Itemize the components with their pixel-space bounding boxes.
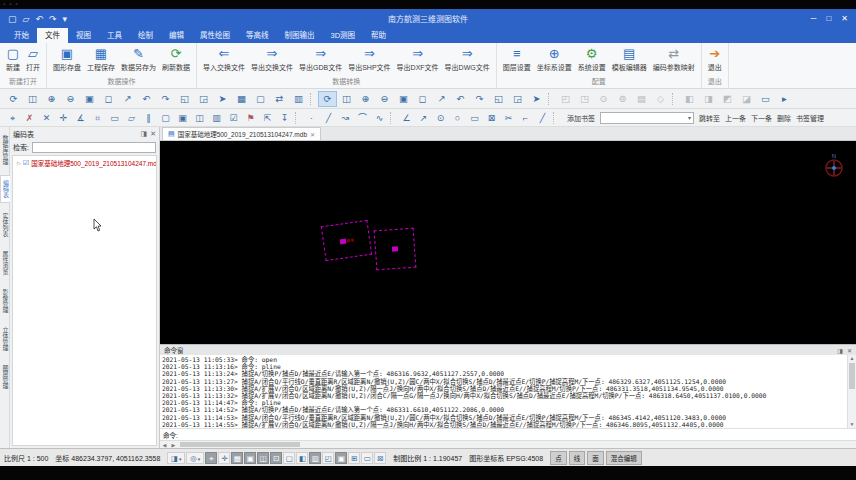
toolbar-icon[interactable]: ◱: [175, 91, 194, 107]
toolbar-icon[interactable]: ▥: [208, 110, 225, 126]
scroll-up-icon[interactable]: ▲: [848, 355, 856, 362]
panel-header-icon[interactable]: ✕: [150, 130, 156, 138]
menu-tab[interactable]: 文件: [37, 28, 68, 43]
ribbon-button[interactable]: ⊕ 坐标系设置: [534, 44, 575, 73]
toolbar-icon[interactable]: ↧: [276, 110, 293, 126]
toolbar-icon[interactable]: ⊚: [613, 91, 632, 107]
toolbar-icon[interactable]: ✛: [55, 110, 72, 126]
toolbar-icon[interactable]: ⟳: [318, 91, 337, 107]
toolbar-icon[interactable]: ⊖: [375, 91, 394, 107]
toolbar-icon[interactable]: ▣: [80, 91, 99, 107]
menu-tab[interactable]: 绘制: [130, 28, 161, 43]
scrollbar-thumb[interactable]: [180, 442, 300, 447]
toolbar-icon[interactable]: ▤: [632, 91, 651, 107]
status-toggle-button[interactable]: ⌖: [205, 452, 217, 464]
toolbar-icon[interactable]: ◫: [191, 110, 208, 126]
menu-tab[interactable]: 帮助: [363, 28, 394, 43]
edit-mode-button[interactable]: 线: [569, 451, 586, 465]
toolbar-icon[interactable]: ⊙: [594, 91, 613, 107]
toolbar-icon[interactable]: ╱: [320, 110, 337, 126]
quick-access-icon[interactable]: ▢: [8, 14, 17, 24]
ribbon-button[interactable]: ▢ 新建: [3, 44, 23, 73]
toolbar-icon[interactable]: ▱: [123, 110, 140, 126]
toolbar-icon[interactable]: ∿: [371, 110, 388, 126]
ribbon-button[interactable]: ⇒ 导出DXF文件: [394, 44, 442, 73]
menu-tab[interactable]: 视图: [68, 28, 99, 43]
status-toggle-button[interactable]: ◰: [322, 452, 334, 464]
toolbar-icon[interactable]: ✕: [38, 110, 55, 126]
toolbar-icon[interactable]: ⚑: [242, 110, 259, 126]
scroll-right-icon[interactable]: ▶: [169, 442, 178, 448]
toolbar-icon[interactable]: ⊕: [42, 91, 61, 107]
sidebar-vertical-tab[interactable]: 立体管理: [0, 323, 9, 355]
toolbar-icon[interactable]: ◪: [737, 91, 756, 107]
jump-to-button[interactable]: 跳转至: [699, 113, 720, 123]
toolbar-icon[interactable]: [548, 93, 554, 105]
toolbar-icon[interactable]: ⟳: [4, 91, 23, 107]
edit-mode-button[interactable]: 点: [550, 451, 567, 465]
toolbar-icon[interactable]: ∡: [72, 110, 89, 126]
status-toggle-button[interactable]: ⊡: [270, 452, 282, 464]
toolbar-icon[interactable]: ▸: [775, 91, 794, 107]
toolbar-icon[interactable]: ◫: [23, 91, 42, 107]
edit-mode-button[interactable]: 混合编辑: [606, 451, 642, 465]
add-bookmark-button[interactable]: 添加书签: [567, 113, 595, 123]
toolbar-icon[interactable]: ⌒: [354, 110, 371, 126]
toolbar-icon[interactable]: ◧: [680, 91, 699, 107]
toolbar-icon[interactable]: ✗: [21, 110, 38, 126]
toolbar-icon[interactable]: ⊙: [432, 110, 449, 126]
ribbon-button[interactable]: ⇒ 导出交换文件: [248, 44, 296, 73]
tree-checkbox[interactable]: ☑: [23, 159, 29, 167]
command-window-icon[interactable]: ◨: [837, 347, 843, 354]
ribbon-button[interactable]: ⚙ 系统设置: [575, 44, 609, 73]
window-control-button[interactable]: ─: [811, 14, 817, 23]
toolbar-icon[interactable]: [553, 112, 559, 124]
scroll-left-icon[interactable]: ◀: [160, 442, 169, 448]
sidebar-vertical-tab[interactable]: 属性浏览: [0, 247, 9, 279]
toolbar-icon[interactable]: ∠: [398, 110, 415, 126]
toolbar-icon[interactable]: ⊕: [356, 91, 375, 107]
north-compass-icon[interactable]: N: [822, 151, 846, 179]
toolbar-icon[interactable]: ➤: [213, 91, 232, 107]
ribbon-button[interactable]: ▦ 工程保存: [84, 44, 118, 73]
toolbar-icon[interactable]: ↷: [470, 91, 489, 107]
bookmark-manager-button[interactable]: 书签管理: [796, 113, 824, 123]
toolbar-icon[interactable]: ✂: [500, 110, 517, 126]
status-toggle-button[interactable]: ▣: [244, 452, 256, 464]
sidebar-vertical-tab[interactable]: 数据库管理: [0, 131, 9, 169]
toolbar-icon[interactable]: ➤: [527, 91, 546, 107]
toolbar-icon[interactable]: ◱: [489, 91, 508, 107]
command-log[interactable]: 2021-05-13 11:05:33> 命令: open2021-05-13 …: [162, 356, 847, 428]
ribbon-button[interactable]: ⇒ 导出DWG文件: [442, 44, 493, 73]
tree-expander-icon[interactable]: ▷: [17, 160, 21, 166]
document-tab[interactable]: ▤ 国家基础地理500_2019_210513104247.mdb ✕: [162, 127, 321, 140]
ribbon-button[interactable]: ✎ 数据另存为: [118, 44, 159, 73]
toolbar-icon[interactable]: ⌖: [4, 110, 21, 126]
toolbar-icon[interactable]: ◻: [413, 91, 432, 107]
toolbar-icon[interactable]: ◲: [194, 91, 213, 107]
menu-tab[interactable]: 制图输出: [277, 28, 323, 43]
toolbar-icon[interactable]: ◇: [651, 91, 670, 107]
status-toggle-button[interactable]: ◫: [257, 452, 269, 464]
vertical-scrollbar[interactable]: ▲ ▼: [847, 355, 856, 428]
menu-tab[interactable]: 工具: [99, 28, 130, 43]
sidebar-vertical-tab[interactable]: 图层管理: [0, 361, 9, 393]
toolbar-icon[interactable]: ◻: [99, 91, 118, 107]
sidebar-vertical-tab[interactable]: 实体列表: [0, 209, 9, 241]
toolbar-icon[interactable]: ◲: [508, 91, 527, 107]
toolbar-icon[interactable]: ↗: [432, 91, 451, 107]
menu-tab[interactable]: 属性绘图: [192, 28, 238, 43]
ribbon-button[interactable]: ⟳ 刷新数据: [159, 44, 193, 73]
scrollbar-thumb[interactable]: [849, 363, 855, 389]
toolbar-icon[interactable]: ◫: [337, 91, 356, 107]
toolbar-icon[interactable]: ∥: [140, 110, 157, 126]
status-toggle-button[interactable]: ⊠: [374, 452, 386, 464]
toolbar-icon[interactable]: ·: [303, 110, 320, 126]
toolbar-icon[interactable]: [390, 112, 396, 124]
toolbar-icon[interactable]: ╱: [534, 110, 551, 126]
tree-item[interactable]: ▷ ☑ 国家基础地理500_2019_210513104247.mdb (..: [13, 158, 156, 168]
toolbar-icon[interactable]: ↶: [451, 91, 470, 107]
toolbar-icon[interactable]: ⇱: [259, 110, 276, 126]
status-toggle-button[interactable]: ▥: [309, 452, 321, 464]
toolbar-icon[interactable]: ↷: [156, 91, 175, 107]
